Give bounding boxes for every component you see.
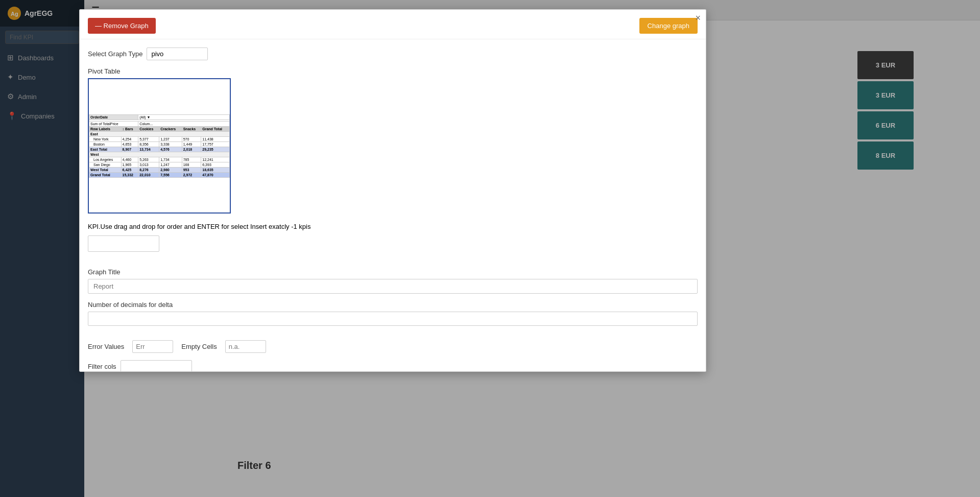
error-empty-row: Error Values Empty Cells: [88, 340, 698, 353]
graph-type-label: Select Graph Type: [88, 50, 142, 58]
pivot-preview-container: OrderDate (All) ▼ Sum of TotalPrice Colu…: [88, 78, 231, 214]
modal-dialog: × — Remove Graph Change graph Select Gra…: [79, 9, 706, 372]
graph-title-row: [88, 279, 698, 294]
filter-cols-input[interactable]: [121, 360, 192, 372]
filter-cols-row: Filter cols: [88, 360, 698, 372]
graph-title-input[interactable]: [88, 279, 698, 294]
kpi-input[interactable]: [88, 235, 159, 252]
graph-type-input[interactable]: [147, 48, 208, 60]
decimals-label: Number of decimals for delta: [88, 301, 698, 309]
modal-header: — Remove Graph Change graph: [80, 10, 706, 39]
change-graph-button[interactable]: Change graph: [639, 18, 698, 34]
modal-close-button[interactable]: ×: [695, 13, 701, 23]
decimals-input[interactable]: [88, 312, 698, 326]
empty-cells-label: Empty Cells: [181, 343, 217, 350]
pivot-table-label: Pivot Table: [88, 67, 698, 75]
kpi-instruction-text: KPI.Use drag and drop for order and ENTE…: [88, 223, 310, 230]
filter-cols-label: Filter cols: [88, 363, 116, 370]
kpi-input-area: [88, 235, 698, 260]
decimals-row: [88, 312, 698, 333]
empty-cells-input[interactable]: [225, 340, 266, 353]
error-values-input[interactable]: [132, 340, 173, 353]
pivot-preview-table: OrderDate (All) ▼ Sum of TotalPrice Colu…: [89, 114, 230, 178]
kpi-instruction-label: KPI.Use drag and drop for order and ENTE…: [88, 223, 698, 230]
graph-title-label: Graph Title: [88, 268, 698, 276]
graph-type-row: Select Graph Type: [88, 48, 698, 60]
remove-graph-button[interactable]: — Remove Graph: [88, 18, 156, 34]
modal-body: Select Graph Type Pivot Table OrderDate …: [80, 39, 706, 372]
error-values-label: Error Values: [88, 343, 124, 350]
